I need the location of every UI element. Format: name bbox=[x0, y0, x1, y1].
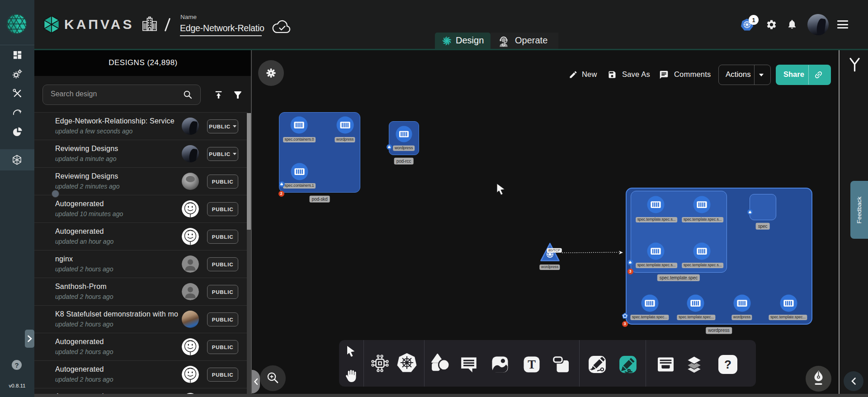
svg-text:T: T bbox=[528, 358, 536, 371]
